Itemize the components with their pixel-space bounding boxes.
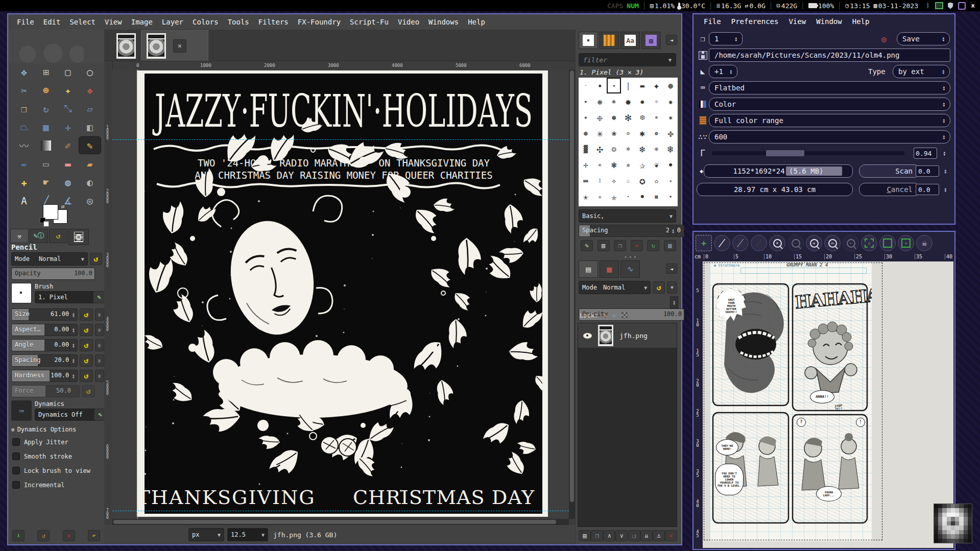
filename-field[interactable]: /home/sarah/Pictures/Scans/2023/11/olm4.… bbox=[709, 49, 950, 62]
zoom-area[interactable]: ▭ bbox=[824, 235, 841, 251]
tool-pencil[interactable]: ✎ bbox=[79, 137, 101, 154]
range-dropdown[interactable]: Full color range ▲▼ bbox=[709, 114, 950, 127]
spacing-spinner[interactable]: ▲▼ bbox=[669, 225, 677, 237]
edit-brush-icon[interactable]: ✎ bbox=[581, 240, 593, 251]
checkbox-icon[interactable] bbox=[12, 467, 20, 474]
brush-cell[interactable]: ▓ bbox=[579, 141, 593, 157]
tool-perspective[interactable]: ⏢ bbox=[13, 118, 35, 135]
fg-bg-color-area[interactable]: ⇄ bbox=[39, 203, 75, 227]
brush-filter-input[interactable]: filter ▼ bbox=[579, 53, 676, 66]
reset-hardness-icon[interactable]: ↺ bbox=[80, 370, 92, 382]
tab-device-status[interactable]: ✎ⓘ bbox=[30, 229, 48, 243]
brush-cell[interactable]: ❀ bbox=[607, 125, 621, 141]
brush-cell[interactable]: ✼ bbox=[621, 141, 635, 157]
select-visible-area[interactable] bbox=[879, 235, 896, 251]
xsane-menu-file[interactable]: File bbox=[699, 16, 726, 27]
brush-cell[interactable]: ● bbox=[663, 78, 678, 93]
brush-cell[interactable]: · bbox=[579, 78, 593, 93]
unit-dropdown[interactable]: px▼ bbox=[188, 528, 224, 541]
tab-image-thumbnail[interactable] bbox=[68, 229, 89, 245]
gimp-menu-select[interactable]: Select bbox=[65, 16, 100, 28]
delete-layer-icon[interactable]: ✕ bbox=[665, 530, 677, 541]
dock-splitter[interactable]: ••• bbox=[624, 254, 638, 260]
close-icon[interactable]: ✕ bbox=[173, 39, 186, 53]
brush-cell[interactable]: ✯ bbox=[607, 188, 621, 204]
xsane-menu-help[interactable]: Help bbox=[847, 16, 875, 27]
tab-paths[interactable]: ∿ bbox=[620, 260, 640, 278]
brush-cell[interactable]: ✮ bbox=[593, 188, 607, 204]
tool-blur[interactable]: ◍ bbox=[57, 174, 79, 190]
anchor-layer-icon[interactable]: ⚓ bbox=[653, 530, 665, 541]
spinner-icon[interactable]: ▲▼ bbox=[69, 324, 77, 336]
tab-tool-options[interactable]: ⚒ bbox=[10, 229, 29, 243]
colormode-dropdown[interactable]: Color ▲▼ bbox=[709, 98, 950, 111]
brush-grid[interactable]: ·∙▪❘▬✦●★❋✺✸✹❊✷✶❉✽✻❆✵✴●✳❀✿✱❁✤▓✣❂✼❇❅❄✢✥❃✲✰… bbox=[579, 78, 678, 206]
zoom-out[interactable]: − bbox=[787, 235, 804, 251]
tool-move[interactable]: ✥ bbox=[13, 63, 35, 80]
target-dropdown[interactable]: Save ▲▼ bbox=[897, 32, 950, 45]
xsane-menu-view[interactable]: View bbox=[783, 16, 811, 27]
image-tab-2-active[interactable]: ✕ bbox=[141, 30, 208, 61]
tool-text[interactable]: A bbox=[13, 192, 35, 209]
step-field[interactable]: +1 ▲▼ bbox=[709, 65, 737, 78]
tool-crop[interactable]: ❐ bbox=[13, 100, 35, 117]
filetype-dropdown[interactable]: by ext ▲▼ bbox=[893, 65, 950, 78]
brush-cell[interactable]: ✤ bbox=[663, 125, 678, 141]
tool-foreground-select[interactable]: ☻ bbox=[35, 82, 57, 99]
select-scan-area[interactable]: + bbox=[696, 235, 712, 251]
brush-category-dropdown[interactable]: Basic,▼ bbox=[579, 209, 676, 223]
brush-cell[interactable]: ✩ bbox=[621, 173, 635, 188]
brush-cell[interactable]: ✺ bbox=[607, 93, 621, 109]
tool-paintbrush[interactable]: ✐ bbox=[57, 137, 79, 154]
white-point-pipette[interactable]: ╱ bbox=[714, 235, 730, 251]
tool-gradient[interactable] bbox=[35, 137, 57, 154]
brush-cell[interactable]: ★ bbox=[579, 93, 593, 109]
gimp-menu-file[interactable]: File bbox=[12, 16, 39, 28]
brush-cell[interactable]: ▪ bbox=[607, 78, 621, 93]
image-tab-1[interactable] bbox=[111, 31, 141, 61]
brush-cell[interactable]: ✻ bbox=[621, 109, 635, 125]
gamma-spinner[interactable]: ▲▼ bbox=[943, 151, 945, 156]
brush-cell[interactable]: ✵ bbox=[650, 109, 664, 125]
xsane-menu-window[interactable]: Window bbox=[811, 16, 847, 27]
brush-cell[interactable]: ▪ bbox=[650, 188, 664, 204]
brush-cell[interactable]: ❦ bbox=[650, 157, 664, 173]
tab-patterns[interactable] bbox=[600, 32, 619, 49]
layer-thumbnail[interactable] bbox=[598, 325, 613, 346]
brush-cell[interactable]: ❄ bbox=[663, 141, 678, 157]
horizontal-scrollbar[interactable] bbox=[112, 519, 569, 525]
link-icon[interactable]: ∞ bbox=[95, 339, 105, 351]
brush-cell[interactable]: ✬ bbox=[663, 173, 678, 188]
reset-spacing-icon[interactable]: ↺ bbox=[80, 354, 92, 367]
dynamics-field[interactable]: Dynamics Off bbox=[35, 409, 99, 421]
layer-opacity-spinner[interactable]: ▲▼ bbox=[670, 296, 678, 308]
tool-clone[interactable]: ▰ bbox=[79, 155, 101, 172]
brush-cell[interactable]: ❉ bbox=[593, 109, 607, 125]
clipboard-icon[interactable] bbox=[958, 2, 966, 10]
autoselect-scan-area[interactable]: ▫ bbox=[861, 235, 877, 251]
brush-cell[interactable]: ✫ bbox=[650, 173, 664, 188]
tool-shear[interactable]: ▱ bbox=[79, 100, 101, 117]
lock-position-icon[interactable]: ✛ bbox=[612, 312, 616, 319]
brush-cell[interactable]: ● bbox=[579, 125, 593, 141]
brush-cell[interactable]: ❘ bbox=[621, 78, 635, 93]
spinner-icon[interactable]: ▲▼ bbox=[69, 370, 77, 381]
tool-ellipse-select[interactable]: ◯ bbox=[79, 63, 101, 80]
layers-menu-icon[interactable]: ◄ bbox=[666, 263, 677, 274]
opacity-slider[interactable]: Opacity 100.0 bbox=[11, 268, 95, 280]
new-layer-icon[interactable]: ▤ bbox=[579, 530, 591, 541]
gimp-menu-video[interactable]: Video bbox=[393, 16, 424, 28]
gimp-menu-fx-foundry[interactable]: FX-Foundry bbox=[293, 16, 345, 28]
reset-options-icon[interactable]: ↶ bbox=[88, 530, 100, 541]
brush-cell[interactable]: ✦ bbox=[663, 188, 678, 204]
tab-brushes[interactable] bbox=[579, 32, 598, 49]
vertical-scrollbar[interactable] bbox=[569, 69, 575, 519]
brush-cell[interactable]: ❘ bbox=[593, 173, 607, 188]
brush-thumbnail[interactable] bbox=[11, 283, 32, 303]
display-icon[interactable] bbox=[935, 2, 943, 10]
scan-spinner[interactable]: ▲▼ bbox=[944, 169, 946, 174]
tab-document-history[interactable]: ▨ bbox=[641, 32, 661, 49]
force-slider[interactable]: Force50.0 bbox=[11, 385, 80, 397]
brush-cell[interactable]: ❃ bbox=[607, 157, 621, 173]
merge-layer-icon[interactable]: ⇊ bbox=[640, 530, 653, 541]
